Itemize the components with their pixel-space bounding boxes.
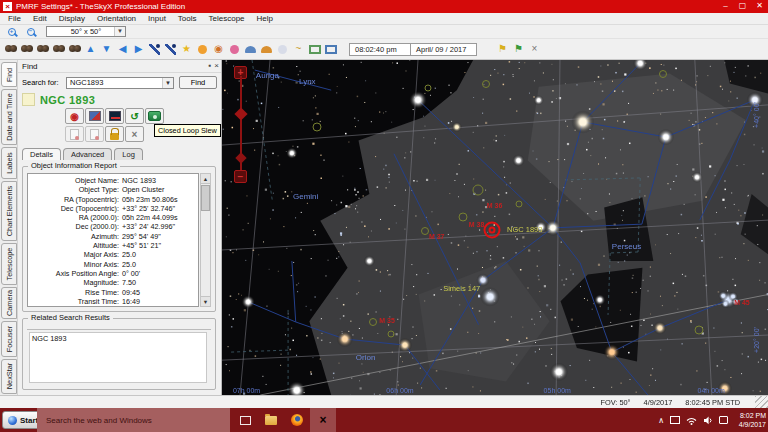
wifi-icon[interactable] (686, 416, 697, 425)
dso-marker-circle[interactable] (695, 326, 704, 335)
zoom-in-button[interactable]: + (4, 26, 19, 38)
pan-right-icon[interactable]: ▶ (131, 41, 146, 58)
lock-button[interactable] (105, 126, 124, 142)
slider-knob-small[interactable] (235, 152, 246, 163)
menu-edit[interactable]: Edit (27, 13, 53, 25)
center-object-button[interactable]: ◉ (65, 108, 84, 124)
fov-select[interactable]: 50° x 50°▼ (46, 26, 126, 37)
object-type-icon (22, 93, 35, 106)
closed-loop-slew-button[interactable] (145, 108, 164, 124)
orbit-icon[interactable]: ~ (291, 41, 306, 58)
menu-display[interactable]: Display (53, 13, 91, 25)
star-chart[interactable]: AurigaLynxGeminiOrionPerseus07h 00m06h 0… (222, 60, 768, 395)
camera-4-icon[interactable] (51, 41, 66, 58)
camera-2-icon[interactable] (19, 41, 34, 58)
task-view-button[interactable] (232, 408, 258, 432)
telescope-target-icon[interactable] (163, 41, 178, 58)
menu-file[interactable]: File (2, 13, 27, 25)
sun-icon[interactable] (195, 41, 210, 58)
pin-icon[interactable]: ▪ (208, 61, 211, 70)
zoom-slider[interactable]: + − (234, 66, 248, 184)
slider-zoom-out-button[interactable]: − (234, 170, 247, 183)
tab-advanced[interactable]: Advanced (63, 148, 112, 160)
camera-1-icon[interactable] (3, 41, 18, 58)
pan-left-icon[interactable]: ◀ (115, 41, 130, 58)
dome-blue-icon[interactable] (243, 41, 258, 58)
dso-marker-circle[interactable] (313, 123, 322, 132)
file-explorer-button[interactable] (258, 408, 284, 432)
galaxy-icon[interactable]: ◉ (211, 41, 226, 58)
menu-tools[interactable]: Tools (172, 13, 203, 25)
sidebar-tab-telescope[interactable]: Telescope (1, 243, 17, 285)
flag-icon[interactable]: ⚑ (495, 41, 510, 58)
panel-close-icon[interactable]: × (214, 61, 219, 70)
show-photo-button[interactable] (85, 108, 104, 124)
frame-icon[interactable] (307, 41, 322, 58)
observing-list-button[interactable] (65, 126, 84, 142)
report-row: Azimuth:295° 54' 49" (28, 232, 198, 241)
dso-marker-circle[interactable] (369, 318, 377, 326)
maximize-button[interactable]: ▢ (734, 0, 751, 13)
dso-marker-circle[interactable] (482, 80, 490, 88)
firefox-button[interactable] (284, 408, 310, 432)
date-field[interactable]: April/ 09 / 2017 (411, 43, 477, 56)
scroll-thumb[interactable] (201, 185, 210, 211)
sidebar-tab-nexstar[interactable]: NexStar (1, 359, 17, 394)
copy-report-button[interactable] (85, 126, 104, 142)
slew-button[interactable]: ↺ (125, 108, 144, 124)
camera-3-icon[interactable] (35, 41, 50, 58)
pan-down-icon[interactable]: ▼ (99, 41, 114, 58)
dso-marker-circle[interactable] (473, 184, 484, 195)
sidebar-tab-labels[interactable]: Labels (1, 147, 17, 179)
menu-telescope[interactable]: Telescope (203, 13, 251, 25)
display-tray-icon[interactable] (670, 416, 680, 424)
minimize-button[interactable]: – (717, 0, 734, 13)
zoom-out-button[interactable]: − (23, 26, 38, 38)
remove-button[interactable]: × (125, 126, 144, 142)
time-field[interactable]: 08:02:40 pm (349, 43, 411, 56)
dso-marker-circle[interactable] (421, 227, 429, 235)
sidebar-tab-chart-elements[interactable]: Chart Elements (1, 181, 17, 241)
dso-marker-circle[interactable] (659, 70, 667, 78)
display-icon[interactable] (323, 41, 338, 58)
sidebar-tab-camera[interactable]: Camera (1, 287, 17, 319)
find-button[interactable]: Find (179, 76, 217, 89)
close-button[interactable]: ✕ (751, 0, 768, 13)
search-input[interactable]: NGC1893▼ (66, 77, 174, 89)
dso-marker-circle[interactable] (424, 85, 431, 92)
menu-orientation[interactable]: Orientation (91, 13, 142, 25)
taskbar-clock[interactable]: 8:02 PM 4/9/2017 (739, 411, 766, 429)
moon-icon[interactable] (275, 41, 290, 58)
scroll-down-icon[interactable]: ▼ (201, 296, 210, 306)
camera-5-icon[interactable] (67, 41, 82, 58)
close-tool-icon[interactable]: × (527, 41, 542, 58)
menu-help[interactable]: Help (251, 13, 279, 25)
report-scrollbar[interactable]: ▲ ▼ (200, 173, 211, 307)
chevron-down-icon[interactable]: ▼ (162, 78, 173, 88)
chart-button[interactable] (105, 108, 124, 124)
scroll-up-icon[interactable]: ▲ (201, 174, 210, 184)
related-result-item[interactable]: NGC 1893 (32, 334, 204, 343)
dome-orange-icon[interactable] (259, 41, 274, 58)
sidebar-tab-find[interactable]: Find (1, 62, 17, 87)
sidebar-tab-focuser[interactable]: Focuser (1, 321, 17, 356)
speaker-icon[interactable] (703, 416, 713, 425)
bird-icon[interactable]: ⚑ (511, 41, 526, 58)
tab-log[interactable]: Log (114, 148, 143, 160)
slider-knob[interactable] (234, 107, 247, 120)
menu-input[interactable]: Input (142, 13, 172, 25)
dso-marker-circle[interactable] (458, 213, 467, 222)
telescope-icon[interactable] (147, 41, 162, 58)
tray-expand-icon[interactable]: ∧ (658, 416, 664, 425)
related-results-list[interactable]: NGC 1893 (29, 332, 207, 383)
theskyx-taskbar-button[interactable]: × (310, 408, 336, 432)
pan-up-icon[interactable]: ▲ (83, 41, 98, 58)
sidebar-tab-date-and-time[interactable]: Date and Time (1, 89, 17, 145)
taskbar-search-input[interactable]: Search the web and Windows (37, 408, 230, 432)
dso-marker-circle[interactable] (516, 201, 523, 208)
nebula-icon[interactable] (227, 41, 242, 58)
notification-icon[interactable] (719, 416, 728, 424)
star-icon[interactable]: ★ (179, 41, 194, 58)
tab-details[interactable]: Details (22, 148, 61, 160)
dso-marker-circle[interactable] (388, 331, 395, 338)
